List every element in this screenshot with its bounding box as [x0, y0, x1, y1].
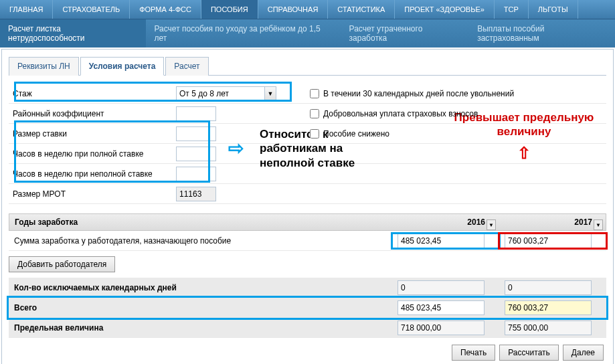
check-voluntary[interactable] — [310, 109, 319, 118]
tab-conditions[interactable]: Условия расчета — [80, 57, 165, 76]
total-y2 — [505, 300, 592, 315]
menu-form4fss[interactable]: ФОРМА 4-ФСС — [130, 0, 201, 19]
arrow-right-icon: ⇨ — [228, 137, 244, 159]
sub-menu: Расчет листка нетрудоспособности Расчет … — [0, 19, 615, 48]
top-menu: ГЛАВНАЯ СТРАХОВАТЕЛЬ ФОРМА 4-ФСС ПОСОБИЯ… — [0, 0, 615, 19]
excluded-label: Кол-во исключаемых календарных дней — [9, 283, 392, 292]
limit-y1 — [398, 321, 485, 335]
year1-dropdown[interactable]: ▼ — [487, 219, 496, 230]
year1-cell: 2016 ▼ — [391, 217, 499, 227]
year2-value: 2017 — [574, 217, 592, 227]
tab-calc[interactable]: Расчет — [165, 57, 208, 76]
submenu-payments[interactable]: Выплаты пособий застрахованным — [469, 19, 615, 48]
stazh-dropdown-btn[interactable]: ▼ — [264, 86, 276, 101]
total-row: Всего — [9, 298, 606, 318]
check-voluntary-label: Добровольная уплата страховых взносов — [323, 109, 478, 118]
tabs: Реквизиты ЛН Условия расчета Расчет — [9, 56, 606, 76]
content-panel: Реквизиты ЛН Условия расчета Расчет ⇨ От… — [1, 49, 614, 364]
mrot-input — [176, 187, 216, 201]
stazh-input[interactable] — [176, 86, 264, 101]
check-reduced-label: Пособие снижено — [323, 129, 389, 139]
next-button[interactable]: Далее — [563, 345, 604, 361]
earnings-y1-input[interactable] — [398, 234, 485, 248]
menu-statistics[interactable]: СТАТИСТИКА — [328, 0, 395, 19]
limit-y2 — [505, 321, 592, 335]
excluded-y1 — [398, 280, 485, 295]
chasov-part-input[interactable] — [176, 167, 216, 181]
menu-main[interactable]: ГЛАВНАЯ — [0, 0, 53, 19]
total-y1 — [398, 300, 485, 315]
mrot-label: Размер МРОТ — [9, 189, 176, 199]
footer-buttons: Печать Рассчитать Далее — [9, 338, 606, 362]
earnings-label: Сумма заработка у работодателя, назначаю… — [9, 236, 392, 246]
year1-value: 2016 — [467, 217, 485, 227]
limit-row: Предельная величина — [9, 318, 606, 338]
raion-label: Районный коэффициент — [9, 109, 122, 118]
tab-requisites[interactable]: Реквизиты ЛН — [9, 57, 79, 76]
chasov-full-label: Часов в неделю при полной ставке — [9, 149, 176, 159]
add-employer-button[interactable]: Добавить работодателя — [9, 256, 115, 272]
years-header: Годы заработка 2016 ▼ 2017 ▼ — [9, 213, 606, 231]
print-button[interactable]: Печать — [452, 345, 495, 361]
menu-tsr[interactable]: ТСР — [495, 0, 529, 19]
form-area: ⇨ Относится к работникам на неполной ста… — [9, 84, 606, 204]
menu-reference[interactable]: СПРАВОЧНАЯ — [258, 0, 329, 19]
chasov-full-input[interactable] — [176, 147, 216, 161]
razmer-input[interactable] — [176, 126, 216, 141]
calculate-button[interactable]: Рассчитать — [499, 345, 559, 361]
limit-label: Предельная величина — [9, 323, 392, 333]
excluded-row: Кол-во исключаемых календарных дней — [9, 278, 606, 298]
arrow-up-icon: ⇧ — [517, 144, 531, 163]
total-label: Всего — [9, 303, 392, 312]
stazh-label: Стаж — [9, 89, 122, 98]
check-30days-label: В течении 30 календарных дней после увол… — [323, 89, 514, 98]
check-reduced[interactable] — [310, 129, 319, 139]
raion-input[interactable] — [176, 106, 216, 121]
submenu-childcare[interactable]: Расчет пособия по уходу за ребёнком до 1… — [146, 19, 341, 48]
checkbox-group: В течении 30 календарных дней после увол… — [310, 84, 514, 144]
excluded-y2 — [505, 280, 592, 295]
year2-dropdown[interactable]: ▼ — [594, 219, 603, 230]
earnings-row: Сумма заработка у работодателя, назначаю… — [9, 231, 606, 251]
check-30days[interactable] — [310, 89, 319, 98]
menu-insurer[interactable]: СТРАХОВАТЕЛЬ — [53, 0, 130, 19]
submenu-lost-earnings[interactable]: Расчет утраченного заработка — [341, 19, 470, 48]
year2-cell: 2017 ▼ — [499, 217, 606, 227]
years-label: Годы заработка — [9, 217, 391, 227]
razmer-label: Размер ставки — [9, 129, 176, 139]
menu-benefits[interactable]: ПОСОБИЯ — [201, 0, 258, 19]
submenu-sick-leave-calc[interactable]: Расчет листка нетрудоспособности — [0, 19, 146, 48]
menu-benefits2[interactable]: ЛЬГОТЫ — [529, 0, 578, 19]
earnings-y2-input[interactable] — [505, 234, 592, 248]
menu-health[interactable]: ПРОЕКТ «ЗДОРОВЬЕ» — [395, 0, 495, 19]
chasov-part-label: Часов в неделю при неполной ставке — [9, 169, 176, 179]
